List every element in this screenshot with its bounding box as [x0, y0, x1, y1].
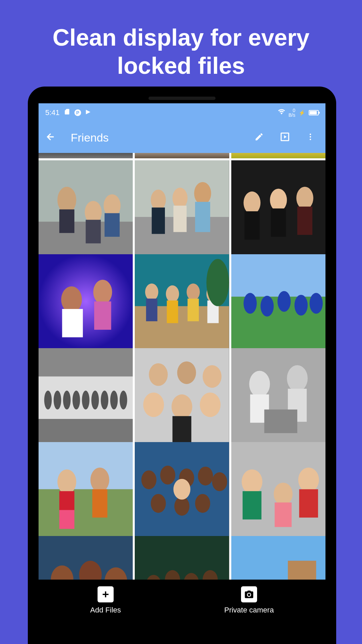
photo-thumbnail[interactable]	[231, 536, 325, 580]
svg-point-47	[278, 291, 291, 312]
svg-rect-68	[173, 416, 191, 443]
photo-thumbnail[interactable]	[39, 442, 133, 536]
svg-point-67	[172, 394, 192, 419]
edit-button[interactable]	[254, 132, 264, 143]
photo-thumbnail[interactable]	[135, 348, 229, 442]
svg-point-91	[195, 494, 210, 513]
svg-point-55	[63, 391, 71, 410]
photo-thumbnail[interactable]	[39, 254, 133, 348]
app-bar: Friends	[39, 122, 325, 153]
svg-point-48	[294, 295, 307, 316]
photo-thumbnail[interactable]	[135, 160, 229, 255]
phone-speaker	[148, 97, 216, 100]
plus-icon	[98, 586, 114, 602]
svg-rect-77	[39, 489, 133, 537]
svg-rect-26	[297, 207, 312, 235]
svg-rect-29	[62, 309, 83, 337]
add-files-label: Add Files	[90, 606, 121, 614]
svg-point-73	[287, 365, 308, 392]
svg-point-69	[200, 392, 221, 417]
svg-rect-51	[39, 348, 133, 376]
svg-point-57	[82, 391, 89, 410]
svg-point-23	[270, 189, 287, 211]
more-menu-button[interactable]	[306, 132, 315, 143]
svg-point-42	[206, 259, 229, 306]
svg-point-94	[242, 470, 262, 494]
svg-point-53	[44, 391, 52, 410]
folder-title: Friends	[71, 131, 242, 144]
svg-point-28	[61, 286, 82, 313]
svg-point-56	[72, 391, 80, 410]
svg-point-36	[166, 285, 179, 303]
svg-rect-99	[299, 489, 318, 518]
svg-point-30	[93, 280, 112, 304]
p-icon: P	[74, 109, 81, 116]
svg-point-66	[143, 392, 164, 417]
svg-point-65	[203, 365, 222, 388]
svg-rect-39	[188, 299, 199, 321]
photo-thumbnail[interactable]	[231, 160, 325, 255]
svg-rect-22	[244, 211, 259, 239]
svg-point-96	[274, 483, 292, 505]
photo-thumbnail[interactable]	[231, 348, 325, 442]
svg-point-16	[173, 188, 188, 209]
private-camera-button[interactable]: Private camera	[224, 586, 274, 614]
svg-rect-31	[94, 302, 111, 330]
svg-point-98	[298, 468, 319, 492]
svg-rect-15	[152, 208, 165, 234]
svg-rect-35	[146, 299, 158, 321]
photo-thumbnail[interactable]	[39, 153, 133, 158]
photo-thumbnail[interactable]	[231, 153, 325, 158]
svg-point-59	[101, 391, 109, 410]
svg-rect-19	[195, 202, 210, 232]
charging-icon: ⚡	[299, 110, 305, 116]
svg-point-25	[296, 187, 313, 210]
svg-rect-80	[59, 510, 74, 529]
svg-point-64	[177, 361, 196, 384]
private-camera-label: Private camera	[224, 606, 274, 614]
svg-point-2	[310, 136, 311, 138]
svg-point-34	[145, 283, 158, 301]
svg-rect-52	[39, 419, 133, 442]
svg-rect-27	[39, 254, 133, 348]
svg-point-3	[310, 139, 311, 140]
svg-rect-76	[39, 442, 133, 489]
svg-rect-17	[174, 206, 187, 232]
svg-point-21	[243, 192, 260, 214]
svg-point-88	[212, 472, 227, 491]
svg-point-92	[174, 479, 191, 500]
phone-screen: 5:41 P 0 B/s ⚡	[39, 103, 325, 580]
svg-point-1	[310, 133, 311, 135]
svg-point-45	[243, 293, 256, 314]
status-time: 5:41	[45, 108, 60, 117]
promo-title: Clean display for every locked files	[0, 0, 362, 93]
photo-thumbnail[interactable]	[135, 442, 229, 536]
slideshow-button[interactable]	[280, 132, 290, 143]
svg-rect-82	[92, 489, 107, 518]
svg-point-78	[57, 470, 76, 494]
photo-thumbnail[interactable]	[231, 442, 325, 536]
phone-frame: 5:41 P 0 B/s ⚡	[28, 87, 336, 644]
svg-point-89	[151, 494, 166, 513]
photo-thumbnail[interactable]	[135, 153, 229, 158]
svg-rect-37	[167, 301, 178, 323]
svg-point-60	[110, 391, 118, 410]
add-files-button[interactable]: Add Files	[90, 586, 121, 614]
svg-point-71	[249, 371, 270, 397]
svg-point-18	[194, 182, 212, 205]
svg-rect-24	[271, 208, 286, 236]
svg-point-14	[151, 190, 166, 210]
svg-rect-95	[242, 491, 261, 519]
network-speed: 0 B/s	[289, 108, 295, 117]
photo-thumbnail[interactable]	[39, 536, 133, 580]
wifi-icon	[278, 108, 285, 117]
photo-thumbnail[interactable]	[39, 348, 133, 442]
photo-thumbnail[interactable]	[231, 254, 325, 348]
status-bar: 5:41 P 0 B/s ⚡	[39, 103, 325, 122]
photo-thumbnail[interactable]	[135, 254, 229, 348]
photo-thumbnail[interactable]	[39, 160, 133, 255]
photo-thumbnail[interactable]	[135, 536, 229, 580]
back-button[interactable]	[45, 131, 56, 144]
svg-point-81	[90, 468, 109, 492]
svg-point-85	[160, 466, 175, 484]
